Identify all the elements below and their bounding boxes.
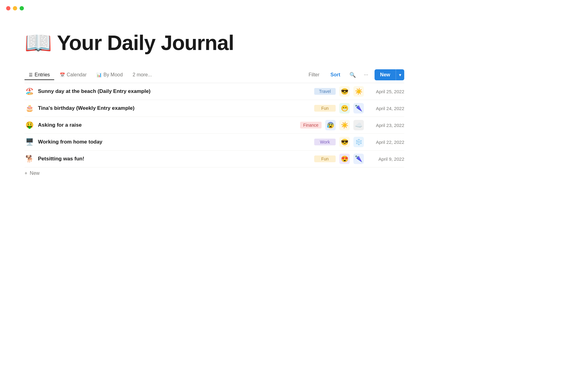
maximize-button[interactable]	[20, 6, 24, 10]
page-title-area: 📖 Your Daily Journal	[24, 31, 404, 55]
calendar-icon: 📅	[60, 72, 65, 77]
entry-emoji: 🏖️	[24, 87, 34, 95]
entry-mood: 😎	[339, 86, 350, 97]
toolbar-tabs: ☰ Entries 📅 Calendar 📊 By Mood 2 more...	[24, 70, 156, 80]
tab-entries[interactable]: ☰ Entries	[24, 70, 54, 80]
entry-tag[interactable]: Travel	[314, 88, 336, 95]
add-new-row[interactable]: + New	[24, 167, 404, 179]
entry-emoji: 🖥️	[24, 138, 34, 146]
entry-date: April 24, 2022	[368, 106, 404, 111]
entry-right: Work 😎 ❄️ April 22, 2022	[314, 137, 404, 147]
entry-title: Working from home today	[38, 139, 102, 145]
entry-weather: ❄️	[353, 137, 364, 147]
tab-by-mood-label: By Mood	[104, 72, 123, 78]
entry-tag[interactable]: Finance	[300, 122, 322, 128]
sort-button[interactable]: Sort	[327, 70, 344, 79]
entry-date: April 22, 2022	[368, 140, 404, 145]
entry-tag[interactable]: Work	[314, 139, 336, 145]
entry-mood: 😎	[339, 137, 350, 147]
ellipsis-icon: ···	[364, 72, 368, 78]
page-title-text: Your Daily Journal	[57, 31, 234, 55]
entry-title: Sunny day at the beach (Daily Entry exam…	[38, 88, 151, 94]
page-title-emoji: 📖	[24, 32, 52, 54]
close-button[interactable]	[6, 6, 10, 10]
new-button-label: New	[375, 70, 396, 80]
filter-button[interactable]: Filter	[305, 70, 323, 79]
entry-right: Fun 😍 🌂 April 9, 2022	[314, 154, 404, 164]
traffic-lights	[6, 6, 24, 10]
entry-mood: 😰	[325, 120, 336, 130]
new-button-chevron[interactable]: ▾	[396, 70, 404, 80]
entry-left: 🐕 Petsitting was fun!	[24, 155, 314, 163]
more-tabs-button[interactable]: 2 more...	[128, 70, 156, 80]
entry-right: Finance 😰 ☀️ ☁️ April 23, 2022	[300, 120, 404, 130]
add-new-label: New	[30, 171, 40, 176]
tab-by-mood[interactable]: 📊 By Mood	[92, 70, 127, 80]
entry-weather2: ☁️	[353, 120, 364, 130]
main-content: 📖 Your Daily Journal ☰ Entries 📅 Calenda…	[0, 0, 429, 197]
toolbar: ☰ Entries 📅 Calendar 📊 By Mood 2 more...…	[24, 69, 404, 80]
entry-date: April 25, 2022	[368, 89, 404, 94]
entry-weather: ☀️	[353, 86, 364, 97]
entry-title: Asking for a raise	[38, 122, 82, 128]
tab-calendar[interactable]: 📅 Calendar	[55, 70, 91, 80]
entry-title: Petsitting was fun!	[38, 156, 84, 162]
tab-entries-label: Entries	[35, 72, 50, 78]
table-row[interactable]: 🖥️ Working from home today Work 😎 ❄️ Apr…	[24, 134, 404, 151]
entries-table: 🏖️ Sunny day at the beach (Daily Entry e…	[24, 83, 404, 179]
entry-left: 🎂 Tina's birthday (Weekly Entry example)	[24, 104, 314, 112]
entry-tag[interactable]: Fun	[314, 155, 336, 162]
entry-mood: 😁	[339, 103, 350, 113]
mood-chart-icon: 📊	[96, 72, 102, 77]
entry-weather: 🌂	[353, 103, 364, 113]
entry-weather: 🌂	[353, 154, 364, 164]
toolbar-actions: Filter Sort 🔍 ··· New ▾	[305, 69, 404, 80]
entry-left: 🏖️ Sunny day at the beach (Daily Entry e…	[24, 87, 314, 95]
minimize-button[interactable]	[13, 6, 17, 10]
table-row[interactable]: 🤑 Asking for a raise Finance 😰 ☀️ ☁️ Apr…	[24, 117, 404, 134]
more-options-button[interactable]: ···	[361, 70, 371, 80]
tab-calendar-label: Calendar	[67, 72, 87, 78]
entry-date: April 9, 2022	[368, 156, 404, 162]
entry-date: April 23, 2022	[368, 123, 404, 128]
entry-right: Fun 😁 🌂 April 24, 2022	[314, 103, 404, 113]
plus-icon: +	[24, 171, 27, 176]
table-row[interactable]: 🏖️ Sunny day at the beach (Daily Entry e…	[24, 83, 404, 100]
entry-emoji: 🐕	[24, 155, 34, 163]
new-entry-button[interactable]: New ▾	[375, 69, 404, 80]
entries-icon: ☰	[29, 72, 33, 77]
entry-left: 🖥️ Working from home today	[24, 138, 314, 146]
entry-left: 🤑 Asking for a raise	[24, 121, 300, 129]
entry-right: Travel 😎 ☀️ April 25, 2022	[314, 86, 404, 97]
table-row[interactable]: 🎂 Tina's birthday (Weekly Entry example)…	[24, 100, 404, 117]
entry-weather: ☀️	[339, 120, 350, 130]
entry-emoji: 🎂	[24, 104, 34, 112]
table-row[interactable]: 🐕 Petsitting was fun! Fun 😍 🌂 April 9, 2…	[24, 151, 404, 167]
search-icon: 🔍	[349, 72, 356, 78]
entry-mood: 😍	[339, 154, 350, 164]
search-button[interactable]: 🔍	[348, 70, 357, 80]
entry-emoji: 🤑	[24, 121, 34, 129]
entry-tag[interactable]: Fun	[314, 105, 336, 112]
entry-title: Tina's birthday (Weekly Entry example)	[38, 105, 134, 111]
